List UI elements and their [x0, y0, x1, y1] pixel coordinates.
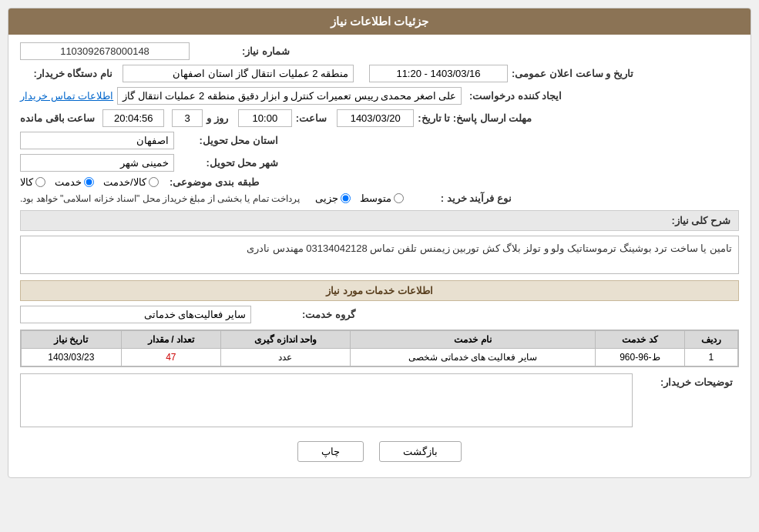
tabaqe-khedmat-item[interactable]: خدمت	[55, 176, 94, 188]
shomare-niaz-value: 1103092678000148	[20, 42, 190, 60]
ijad-konande-label: ایجاد کننده درخواست:	[462, 90, 562, 102]
nofarayand-motavasset-item[interactable]: متوسط	[360, 192, 404, 204]
tabaqe-kala-label: کالا	[20, 176, 33, 188]
mohlat-baqi: 20:04:56	[102, 109, 164, 127]
mohlat-roz: 3	[172, 109, 203, 127]
sharh-section-label: شرح کلی نیاز:	[20, 210, 739, 231]
ijad-konande-link[interactable]: اطلاعات تماس خریدار	[20, 90, 113, 102]
tabaqe-kala-khedmat-label: کالا/خدمت	[103, 176, 146, 188]
bottom-buttons: بازگشت چاپ	[20, 441, 739, 462]
sharh-niaz-box: تامین یا ساخت ترد بوشینگ ترموستاتیک ولو …	[20, 236, 739, 274]
col-radif: ردیف	[684, 331, 737, 349]
tabaqe-radio-group: کالا/خدمت خدمت کالا	[20, 176, 159, 188]
sharh-niaz-header-label: شرح کلی نیاز:	[671, 215, 730, 226]
shahr-label: شهر محل تحویل:	[178, 157, 278, 169]
goroh-row: گروه خدمت: سایر فعالیت‌های خدماتی	[20, 306, 739, 323]
ostan-row: استان محل تحویل: اصفهان	[20, 132, 739, 149]
tawzih-row: توضیحات خریدار:	[20, 373, 739, 433]
col-kod: کد خدمت	[595, 331, 684, 349]
nam-dastgah-value: منطقه 2 عملیات انتقال گاز استان اصفهان	[123, 65, 354, 82]
table-cell: 1	[684, 349, 737, 366]
table-cell: سایر فعالیت های خدماتی شخصی	[350, 349, 595, 366]
ostan-value: اصفهان	[20, 132, 174, 149]
nam-dastgah-label: نام دستگاه خریدار:	[20, 68, 113, 79]
mohlat-saat: 10:00	[238, 109, 292, 127]
goroh-value: سایر فعالیت‌های خدماتی	[20, 306, 251, 323]
tabaqe-kala-khedmat-radio[interactable]	[149, 177, 159, 187]
table-row: 1ط-96-960سایر فعالیت های خدماتی شخصیعدد4…	[22, 349, 738, 366]
nofarayand-row: نوع فرآیند خرید : متوسط جزیی پرداخت تمام…	[20, 192, 739, 204]
tabaqe-label: طبقه بندی موضوعی:	[159, 176, 259, 188]
card-header: جزئیات اطلاعات نیاز	[8, 8, 751, 35]
tabaqe-kala-khedmat-item[interactable]: کالا/خدمت	[103, 176, 159, 188]
shahr-value: خمینی شهر	[20, 154, 174, 172]
ettelaat-header: اطلاعات خدمات مورد نیاز	[20, 280, 739, 301]
page-title: جزئیات اطلاعات نیاز	[331, 15, 428, 28]
tawzih-box	[20, 373, 633, 427]
services-table: ردیف کد خدمت نام خدمت واحد اندازه گیری ت…	[21, 330, 738, 366]
ijad-konande-value: علی اصغر محمدی رییس تعمیرات کنترل و ابزا…	[117, 87, 462, 105]
tabaqe-khedmat-label: خدمت	[55, 176, 82, 188]
table-cell: 47	[121, 349, 220, 366]
table-cell: ط-96-960	[595, 349, 684, 366]
mohlat-saat-label: ساعت:	[296, 112, 327, 124]
tawzih-label: توضیحات خریدار:	[633, 373, 733, 388]
nofarayand-radio-group: متوسط جزیی	[315, 192, 404, 204]
main-card: جزئیات اطلاعات نیاز شماره نیاز: 11030926…	[8, 8, 751, 478]
tabaqe-kala-radio[interactable]	[35, 177, 45, 187]
mohlat-date: 1403/03/20	[337, 109, 414, 127]
back-button[interactable]: بازگشت	[379, 441, 462, 462]
tabaqe-kala-item[interactable]: کالا	[20, 176, 45, 188]
mohlat-row: مهلت ارسال پاسخ: تا تاریخ: 1403/03/20 سا…	[20, 109, 739, 127]
nofarayand-text: پرداخت تمام یا بخشی از مبلغ خریداز محل "…	[20, 193, 300, 204]
mohlat-roz-label: روز و	[207, 112, 228, 124]
nofarayand-label: نوع فرآیند خرید :	[411, 192, 512, 204]
tarikho-value: 1403/03/16 - 11:20	[369, 65, 508, 82]
table-cell: عدد	[221, 349, 351, 366]
nofarayand-jozi-item[interactable]: جزیی	[315, 192, 351, 204]
nofarayand-motavasset-label: متوسط	[360, 192, 391, 204]
shomare-niaz-row: شماره نیاز: 1103092678000148	[20, 42, 739, 60]
print-button[interactable]: چاپ	[297, 441, 364, 462]
tarikho-row: تاریخ و ساعت اعلان عمومی: 1403/03/16 - 1…	[20, 65, 739, 82]
nofarayand-jozi-label: جزیی	[315, 192, 338, 204]
col-tarikh: تاریخ نیاز	[22, 331, 122, 349]
goroh-label: گروه خدمت:	[255, 309, 355, 320]
nofarayand-jozi-radio[interactable]	[341, 193, 351, 203]
card-body: شماره نیاز: 1103092678000148 تاریخ و ساع…	[8, 35, 751, 477]
mohlat-baqi-label: ساعت باقی مانده	[20, 112, 95, 124]
shahr-row: شهر محل تحویل: خمینی شهر	[20, 154, 739, 172]
table-cell: 1403/03/23	[22, 349, 122, 366]
shomare-niaz-label: شماره نیاز:	[190, 45, 290, 57]
ostan-label: استان محل تحویل:	[178, 135, 278, 146]
col-nam: نام خدمت	[350, 331, 595, 349]
tabaqe-row: طبقه بندی موضوعی: کالا/خدمت خدمت کالا	[20, 176, 739, 188]
col-tedad: تعداد / مقدار	[121, 331, 220, 349]
mohlat-label: مهلت ارسال پاسخ: تا تاریخ:	[418, 112, 532, 124]
tabaqe-khedmat-radio[interactable]	[84, 177, 94, 187]
tarikho-label: تاریخ و ساعت اعلان عمومی:	[512, 68, 633, 79]
services-table-wrapper: ردیف کد خدمت نام خدمت واحد اندازه گیری ت…	[20, 330, 739, 367]
sharh-niaz-value: تامین یا ساخت ترد بوشینگ ترموستاتیک ولو …	[247, 243, 732, 254]
ijad-konande-row: ایجاد کننده درخواست: علی اصغر محمدی رییس…	[20, 87, 739, 105]
nofarayand-motavasset-radio[interactable]	[394, 193, 404, 203]
col-vahed: واحد اندازه گیری	[221, 331, 351, 349]
